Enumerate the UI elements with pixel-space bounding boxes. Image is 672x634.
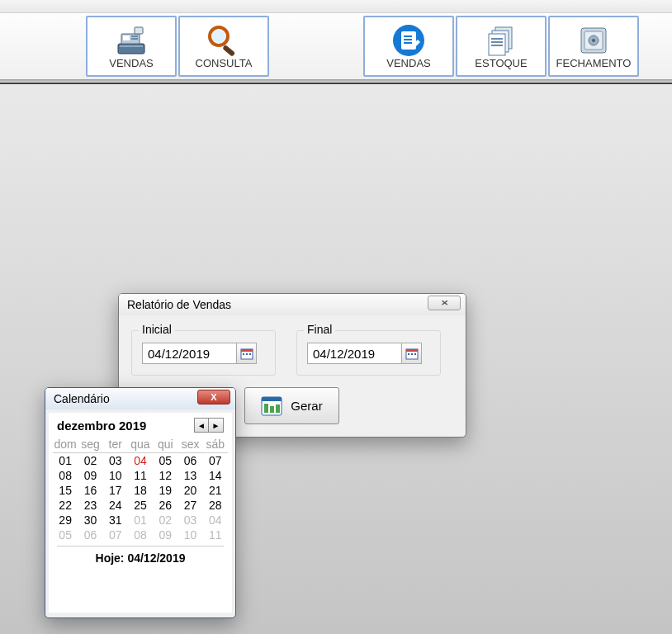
calendar-day[interactable]: 22 [53, 498, 78, 513]
calendar-day[interactable]: 30 [78, 513, 102, 528]
toolbar-fechamento-button[interactable]: FECHAMENTO [548, 16, 639, 77]
svg-rect-4 [131, 38, 138, 40]
calendar-day[interactable]: 03 [177, 513, 202, 528]
calendar-day[interactable]: 05 [153, 453, 177, 469]
calendar-title: Calendário [54, 392, 110, 405]
svg-rect-36 [262, 397, 282, 401]
calendar-day[interactable]: 03 [103, 453, 128, 469]
final-date-group: Final [296, 330, 441, 376]
calendar-today-label[interactable]: Hoje: 04/12/2019 [49, 550, 232, 570]
final-date-calendar-button[interactable] [402, 343, 422, 364]
svg-rect-18 [491, 38, 503, 40]
calendar-day[interactable]: 18 [128, 483, 153, 498]
calendar-day[interactable]: 24 [103, 498, 128, 513]
calendar-day[interactable]: 11 [128, 468, 153, 483]
dialog-title: Relatório de Vendas [127, 298, 231, 311]
svg-rect-32 [408, 353, 409, 355]
calendar-day[interactable]: 07 [203, 453, 228, 469]
calendar-day[interactable]: 05 [53, 528, 78, 542]
toolbar-vendas-doc-button[interactable]: VENDAS [363, 16, 454, 77]
svg-rect-13 [404, 39, 412, 40]
svg-rect-38 [270, 406, 274, 413]
calendar-day[interactable]: 04 [203, 513, 228, 528]
calendar-day[interactable]: 06 [78, 528, 102, 542]
cash-register-icon [112, 24, 150, 57]
calendar-day[interactable]: 28 [203, 498, 228, 513]
toolbar-label: VENDAS [386, 57, 430, 69]
initial-date-calendar-button[interactable] [237, 343, 257, 364]
toolbar-label: VENDAS [109, 57, 153, 69]
svg-rect-2 [123, 35, 130, 40]
clipboard-edit-icon [390, 24, 428, 57]
calendar-weekday: dom [53, 436, 78, 453]
calendar-day[interactable]: 09 [153, 528, 177, 542]
calendar-day[interactable]: 10 [103, 468, 128, 483]
calendar-day[interactable]: 15 [53, 483, 78, 498]
svg-rect-9 [222, 45, 235, 57]
calendar-icon [240, 347, 253, 360]
calendar-day[interactable]: 29 [53, 513, 78, 528]
calendar-day[interactable]: 21 [203, 483, 228, 498]
calendar-day[interactable]: 08 [53, 468, 78, 483]
calendar-day[interactable]: 04 [128, 453, 153, 469]
svg-rect-19 [491, 41, 503, 43]
calendar-day[interactable]: 09 [78, 468, 102, 483]
calendar-day[interactable]: 11 [203, 528, 228, 542]
toolbar-estoque-button[interactable]: ESTOQUE [456, 16, 547, 77]
calendar-day[interactable]: 08 [128, 528, 153, 542]
calendar-weekday: qui [153, 436, 177, 453]
svg-rect-3 [131, 35, 138, 37]
initial-date-group: Inicial [131, 330, 276, 376]
calendar-day[interactable]: 25 [128, 498, 153, 513]
calendar-day[interactable]: 14 [203, 468, 228, 483]
calendar-weekday: ter [103, 436, 128, 453]
final-date-label: Final [304, 323, 335, 336]
close-icon: ✕ [441, 299, 448, 307]
svg-point-24 [592, 39, 595, 42]
calendar-day[interactable]: 10 [177, 528, 202, 542]
calendar-weekday: seg [78, 436, 102, 453]
calendar-day[interactable]: 20 [177, 483, 202, 498]
calendar-titlebar[interactable]: Calendário X [45, 388, 235, 409]
calendar-day[interactable]: 02 [153, 513, 177, 528]
calendar-day[interactable]: 12 [153, 468, 177, 483]
final-date-input[interactable] [307, 343, 402, 364]
calendar-day[interactable]: 13 [177, 468, 202, 483]
documents-stack-icon [482, 24, 520, 57]
initial-date-label: Inicial [139, 323, 175, 336]
generate-button[interactable]: Gerar [244, 387, 339, 424]
safe-icon [575, 24, 613, 57]
calendar-day[interactable]: 17 [103, 483, 128, 498]
calendar-day[interactable]: 31 [103, 513, 128, 528]
calendar-grid: domsegterquaquisexsáb 010203040506070809… [53, 436, 228, 542]
calendar-day[interactable]: 01 [53, 453, 78, 469]
calendar-next-button[interactable]: ► [209, 418, 224, 433]
calendar-prev-button[interactable]: ◄ [194, 418, 209, 433]
magnifier-icon [205, 24, 243, 57]
svg-rect-5 [135, 27, 143, 34]
main-toolbar: VENDAS CONSULTA VENDAS [0, 13, 672, 79]
calendar-day[interactable]: 27 [177, 498, 202, 513]
calendar-day[interactable]: 23 [78, 498, 102, 513]
calendar-day[interactable]: 26 [153, 498, 177, 513]
chevron-right-icon: ► [212, 421, 220, 430]
svg-rect-0 [118, 44, 144, 54]
toolbar-vendas-cash-button[interactable]: VENDAS [86, 16, 177, 77]
svg-point-8 [212, 30, 225, 43]
calendar-day[interactable]: 16 [78, 483, 102, 498]
dialog-titlebar[interactable]: Relatório de Vendas ✕ [119, 294, 466, 315]
toolbar-consulta-button[interactable]: CONSULTA [178, 16, 269, 77]
calendar-day[interactable]: 02 [78, 453, 102, 469]
toolbar-label: ESTOQUE [475, 57, 527, 69]
calendar-day[interactable]: 19 [153, 483, 177, 498]
svg-rect-37 [264, 404, 268, 413]
initial-date-input[interactable] [142, 343, 237, 364]
calendar-close-button[interactable]: X [197, 390, 230, 405]
svg-rect-6 [120, 45, 143, 47]
calendar-day[interactable]: 06 [177, 453, 202, 469]
dialog-close-button[interactable]: ✕ [428, 296, 461, 310]
svg-rect-29 [249, 353, 251, 355]
svg-rect-31 [406, 349, 418, 352]
calendar-day[interactable]: 01 [128, 513, 153, 528]
calendar-day[interactable]: 07 [103, 528, 128, 542]
